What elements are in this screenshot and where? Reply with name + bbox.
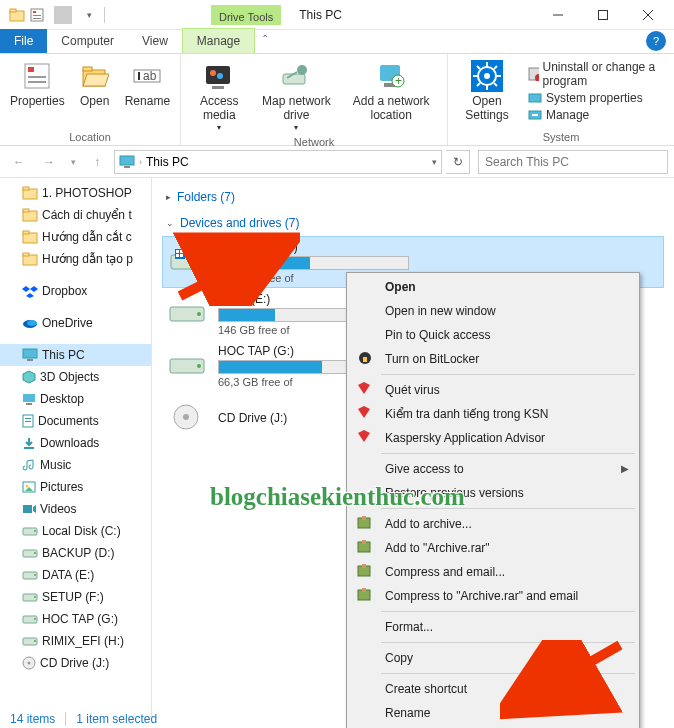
maximize-button[interactable] (580, 1, 625, 29)
tree-item[interactable]: Music (0, 454, 151, 476)
svg-rect-45 (532, 114, 538, 116)
ctx-rename[interactable]: Rename (349, 701, 637, 725)
close-button[interactable] (625, 1, 670, 29)
tree-item[interactable]: Hướng dẫn tạo p (0, 248, 151, 270)
tree-item[interactable]: DATA (E:) (0, 564, 151, 586)
tree-item[interactable]: RIMIX_EFI (H:) (0, 630, 151, 652)
ribbon-collapse-icon[interactable]: ˆ (255, 29, 275, 53)
devices-header[interactable]: ⌄Devices and drives (7) (162, 210, 664, 236)
minimize-button[interactable] (535, 1, 580, 29)
qat-dropdown-icon[interactable]: ▾ (80, 6, 98, 24)
add-location-button[interactable]: +Add a network location (341, 58, 441, 134)
open-settings-button[interactable]: Open Settings (454, 58, 520, 129)
manage-button[interactable]: Manage (528, 108, 664, 122)
qat-properties-icon[interactable] (28, 6, 46, 24)
ctx-add-archive[interactable]: Add to archive... (349, 512, 637, 536)
ctx-scan[interactable]: Quét virus (349, 378, 637, 402)
qat-folder-icon[interactable] (8, 6, 26, 24)
tree-item[interactable]: HOC TAP (G:) (0, 608, 151, 630)
drive-tools-tab[interactable]: Drive Tools (211, 5, 281, 25)
ctx-new-window[interactable]: Open in new window (349, 299, 637, 323)
access-media-button[interactable]: Access media▾ (187, 58, 251, 134)
refresh-button[interactable]: ↻ (446, 150, 470, 174)
tree-item[interactable]: Dropbox (0, 280, 151, 302)
history-dropdown[interactable]: ▾ (66, 149, 80, 175)
ctx-bitlocker[interactable]: Turn on BitLocker (349, 347, 637, 371)
file-tab[interactable]: File (0, 29, 47, 53)
tree-item[interactable]: BACKUP (D:) (0, 542, 151, 564)
tree-item[interactable]: Desktop (0, 388, 151, 410)
address-path[interactable]: › This PC ▾ (114, 150, 442, 174)
map-drive-button[interactable]: Map network drive▾ (255, 58, 337, 134)
ctx-ksn[interactable]: Kiểm tra danh tiếng trong KSN (349, 402, 637, 426)
svg-rect-55 (23, 253, 29, 256)
tree-item[interactable]: Documents (0, 410, 151, 432)
svg-point-88 (28, 662, 31, 665)
ctx-prev-versions[interactable]: Restore previous versions (349, 481, 637, 505)
back-button[interactable]: ← (6, 149, 32, 175)
help-button[interactable]: ? (646, 31, 666, 51)
ctx-shortcut[interactable]: Create shortcut (349, 677, 637, 701)
navigation-tree[interactable]: 1. PHOTOSHOP Cách di chuyển t Hướng dẫn … (0, 178, 152, 718)
svg-marker-106 (358, 430, 370, 442)
up-button[interactable]: ↑ (84, 149, 110, 175)
tree-item[interactable]: CD Drive (J:) (0, 652, 151, 674)
tree-item[interactable]: SETUP (F:) (0, 586, 151, 608)
pc-icon (119, 155, 135, 169)
svg-point-76 (34, 530, 36, 532)
uninstall-button[interactable]: Uninstall or change a program (528, 60, 664, 88)
separator (104, 7, 105, 23)
svg-marker-58 (26, 293, 34, 298)
svg-rect-15 (83, 67, 92, 71)
ctx-add-rar[interactable]: Add to "Archive.rar" (349, 536, 637, 560)
ctx-copy[interactable]: Copy (349, 646, 637, 670)
view-tab[interactable]: View (128, 29, 182, 53)
svg-rect-7 (598, 10, 607, 19)
tree-item[interactable]: 1. PHOTOSHOP (0, 182, 151, 204)
tree-item[interactable]: Cách di chuyển t (0, 204, 151, 226)
tree-item[interactable]: This PC (0, 344, 151, 366)
system-properties-button[interactable]: System properties (528, 91, 664, 105)
svg-point-32 (484, 73, 490, 79)
window-title: This PC (299, 8, 342, 22)
tree-item[interactable]: Pictures (0, 476, 151, 498)
ctx-compress-rar[interactable]: Compress to "Archive.rar" and email (349, 584, 637, 608)
ctx-kav[interactable]: Kaspersky Application Advisor (349, 426, 637, 450)
svg-rect-67 (25, 418, 31, 419)
ctx-pin[interactable]: Pin to Quick access (349, 323, 637, 347)
svg-point-22 (217, 73, 223, 79)
properties-button[interactable]: Properties (6, 58, 69, 129)
manage-tab[interactable]: Manage (182, 28, 255, 53)
rename-button[interactable]: abRename (121, 58, 174, 129)
breadcrumb[interactable]: This PC (146, 155, 189, 169)
separator (54, 6, 72, 24)
address-bar: ← → ▾ ↑ › This PC ▾ ↻ (0, 146, 674, 178)
tree-item[interactable]: Downloads (0, 432, 151, 454)
open-button[interactable]: Open (73, 58, 117, 129)
tree-item[interactable]: Videos (0, 498, 151, 520)
tree-item[interactable]: Local Disk (C:) (0, 520, 151, 542)
svg-rect-53 (23, 231, 29, 234)
ctx-open[interactable]: Open (349, 275, 637, 299)
svg-point-97 (197, 312, 201, 316)
svg-rect-13 (28, 81, 46, 83)
svg-marker-16 (83, 74, 109, 86)
folders-header[interactable]: ▸Folders (7) (162, 184, 664, 210)
svg-point-86 (34, 640, 36, 642)
computer-tab[interactable]: Computer (47, 29, 128, 53)
forward-button[interactable]: → (36, 149, 62, 175)
tree-item[interactable]: Hướng dẫn cắt c (0, 226, 151, 248)
title-bar: ▾ Drive Tools This PC (0, 0, 674, 30)
svg-rect-18 (138, 72, 140, 80)
search-input[interactable] (478, 150, 668, 174)
svg-point-60 (27, 320, 37, 326)
tree-item[interactable]: OneDrive (0, 312, 151, 334)
svg-marker-105 (358, 406, 370, 418)
ctx-give-access[interactable]: Give access to▶ (349, 457, 637, 481)
ctx-compress-email[interactable]: Compress and email... (349, 560, 637, 584)
ctx-format[interactable]: Format... (349, 615, 637, 639)
svg-rect-110 (362, 540, 366, 544)
tree-item[interactable]: 3D Objects (0, 366, 151, 388)
svg-marker-56 (22, 286, 30, 292)
svg-text:+: + (395, 74, 402, 88)
